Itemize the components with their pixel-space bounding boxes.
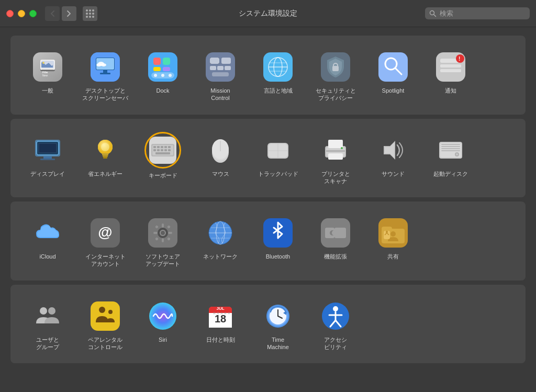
trackpad-icon-img	[261, 133, 295, 167]
search-input[interactable]	[440, 9, 526, 17]
pref-desktop[interactable]: デスクトップとスクリーンセーバ	[76, 46, 134, 106]
pref-general[interactable]: File New Ope 一般	[19, 46, 76, 106]
svg-point-138	[48, 307, 55, 315]
pref-mission[interactable]: MissionControl	[192, 46, 249, 106]
svg-point-136	[386, 231, 388, 233]
close-button[interactable]	[6, 10, 14, 17]
section-internet: iCloud @ インターネットアカウント	[10, 201, 526, 281]
svg-point-141	[108, 310, 113, 314]
pref-users[interactable]: ユーザとグループ	[19, 295, 76, 355]
pref-timemachine[interactable]: TimeMachine	[249, 295, 307, 355]
general-icon: File New Ope	[33, 52, 62, 82]
network-icon-img	[204, 216, 237, 250]
pref-notification[interactable]: ! 通知	[422, 46, 479, 106]
nav-buttons	[45, 6, 97, 21]
software-icon	[148, 218, 177, 248]
trackpad-label: トラックパッド	[258, 170, 298, 177]
notification-icon: !	[436, 52, 465, 82]
svg-rect-75	[153, 149, 156, 151]
pref-display[interactable]: ディスプレイ	[19, 129, 76, 189]
pref-accessibility[interactable]: アクセシビリティ	[307, 295, 364, 355]
pref-language[interactable]: 言語と地域	[249, 46, 307, 106]
software-label: ソフトウェアアップデート	[146, 253, 180, 268]
minimize-button[interactable]	[18, 10, 25, 17]
svg-rect-29	[210, 58, 219, 64]
svg-point-14	[96, 63, 102, 66]
svg-rect-64	[102, 153, 108, 155]
language-icon-img	[261, 50, 295, 84]
pref-trackpad[interactable]: トラックパッド	[249, 129, 307, 189]
svg-rect-49	[440, 64, 461, 68]
pref-icloud[interactable]: iCloud	[19, 212, 76, 272]
system-icons-grid: ユーザとグループ ペアレンタルコントロール	[19, 295, 517, 355]
pref-mouse[interactable]: マウス	[192, 129, 249, 189]
energy-label: 省エネルギー	[88, 170, 122, 177]
pref-security[interactable]: セキュリティとプライバシー	[307, 46, 364, 106]
svg-rect-17	[100, 73, 110, 74]
svg-rect-5	[41, 69, 54, 70]
sound-label: サウンド	[382, 170, 405, 177]
pref-sound[interactable]: サウンド	[364, 129, 422, 189]
general-label: 一般	[42, 87, 53, 94]
pref-parental[interactable]: ペアレンタルコントロール	[76, 295, 134, 355]
startup-icon	[436, 136, 465, 165]
svg-rect-139	[91, 301, 120, 331]
pref-extensions[interactable]: 機能拡張	[307, 212, 364, 272]
svg-rect-50	[440, 69, 461, 72]
svg-rect-58	[39, 144, 56, 152]
datetime-icon: JUL 18 日 月 火 水 木	[206, 301, 235, 331]
pref-datetime[interactable]: JUL 18 日 月 火 水 木 日付と時刻	[192, 295, 249, 355]
pref-bluetooth[interactable]: Bluetooth	[249, 212, 307, 272]
mouse-icon-img	[204, 133, 237, 167]
svg-point-118	[161, 231, 165, 235]
back-button[interactable]	[45, 6, 60, 21]
mission-icon	[206, 52, 235, 82]
svg-text:水: 水	[224, 311, 227, 315]
grid-view-button[interactable]	[83, 6, 97, 21]
svg-point-137	[40, 307, 47, 315]
search-box[interactable]	[425, 7, 530, 19]
pref-keyboard[interactable]: キーボード	[134, 129, 192, 189]
svg-point-130	[332, 230, 337, 236]
maximize-button[interactable]	[29, 10, 37, 17]
pref-siri[interactable]: Siri	[134, 295, 192, 355]
svg-marker-96	[385, 142, 394, 158]
accessibility-icon-img	[319, 299, 352, 333]
svg-text:18: 18	[215, 313, 226, 324]
users-icon	[33, 301, 62, 331]
icloud-label: iCloud	[39, 253, 55, 260]
titlebar: システム環境設定	[0, 0, 536, 27]
extensions-icon-img	[319, 216, 352, 250]
bluetooth-label: Bluetooth	[266, 253, 290, 260]
svg-rect-21	[163, 58, 170, 65]
startup-label: 起動ディスク	[433, 170, 468, 177]
bluetooth-icon-img	[261, 216, 295, 250]
keyboard-icon-img	[144, 132, 181, 169]
internet-icon: @	[91, 218, 120, 248]
network-label: ネットワーク	[203, 253, 238, 260]
sharing-icon-img	[376, 216, 410, 250]
datetime-label: 日付と時刻	[206, 336, 235, 343]
svg-text:火: 火	[220, 311, 223, 315]
bluetooth-icon	[263, 218, 293, 248]
pref-network[interactable]: ネットワーク	[192, 212, 249, 272]
svg-line-1	[434, 14, 436, 16]
pref-energy[interactable]: 省エネルギー	[76, 129, 134, 189]
pref-software[interactable]: ソフトウェアアップデート	[134, 212, 192, 272]
sharing-label: 共有	[387, 253, 399, 260]
pref-spotlight[interactable]: Spotlight	[364, 46, 422, 106]
svg-rect-76	[157, 149, 160, 151]
timemachine-icon	[263, 301, 293, 331]
chevron-right-icon	[66, 10, 72, 17]
pref-printer[interactable]: プリンタとスキャナ	[307, 129, 364, 189]
svg-rect-100	[441, 146, 460, 147]
pref-startup[interactable]: 起動ディスク	[422, 129, 479, 189]
printer-icon-img	[319, 133, 352, 167]
pref-sharing[interactable]: 共有	[364, 212, 422, 272]
forward-button[interactable]	[62, 6, 76, 21]
sharing-icon	[378, 218, 408, 248]
pref-internet[interactable]: @ インターネットアカウント	[76, 212, 134, 272]
svg-rect-32	[217, 66, 224, 70]
extensions-label: 機能拡張	[324, 253, 347, 260]
pref-dock[interactable]: Dock	[134, 46, 192, 106]
